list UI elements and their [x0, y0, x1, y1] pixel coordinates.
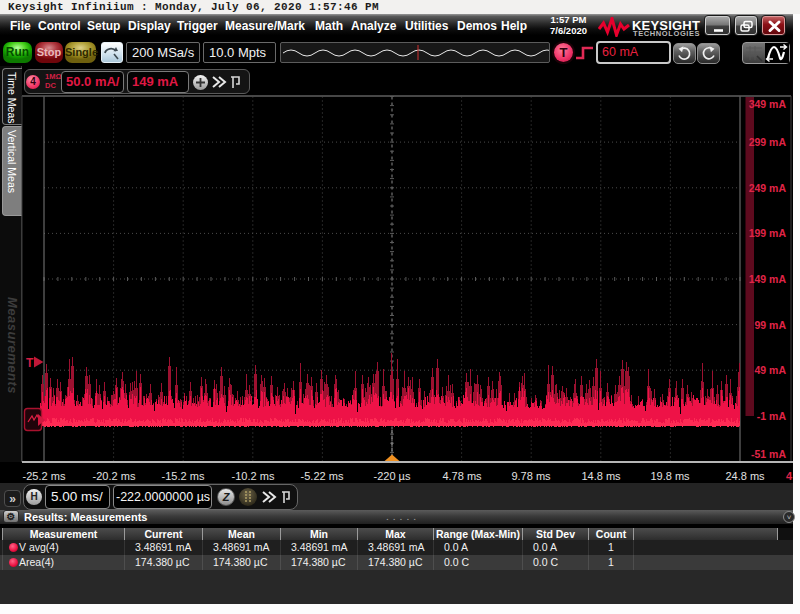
svg-text:T: T — [26, 356, 34, 370]
